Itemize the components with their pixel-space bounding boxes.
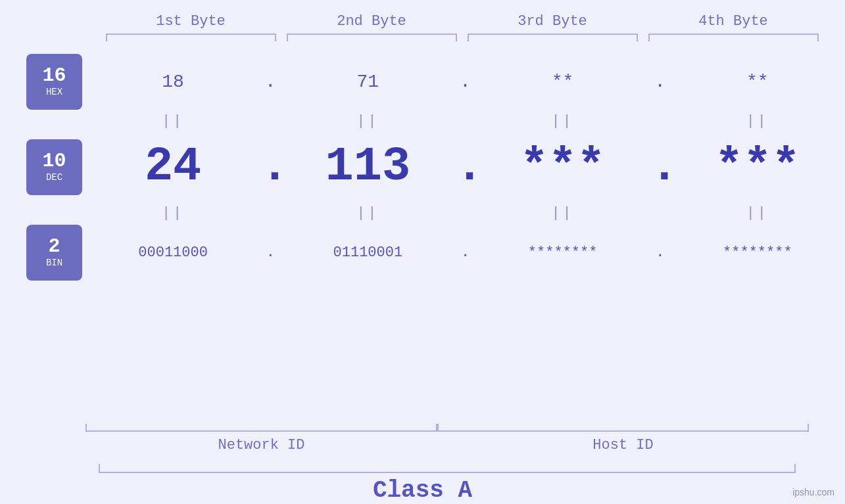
- bracket-byte3: [468, 34, 638, 45]
- network-id-bracket: [85, 420, 437, 432]
- equals-sym-2c: ||: [475, 205, 650, 221]
- equals-sym-1d: ||: [670, 113, 845, 129]
- hex-dot1: .: [260, 72, 280, 92]
- hex-data-row: 16 HEX 18 . 71 . ** . **: [0, 52, 845, 111]
- equals-sym-1b: ||: [280, 113, 455, 129]
- hex-values: 18 . 71 . ** . **: [85, 72, 845, 92]
- host-id-label: Host ID: [437, 437, 809, 453]
- equals-sym-2a: ||: [85, 205, 260, 221]
- equals-row-1: || || || ||: [0, 111, 845, 131]
- main-container: 1st Byte 2nd Byte 3rd Byte 4th Byte 16 H…: [0, 0, 845, 504]
- host-id-bracket: [437, 420, 809, 432]
- dec-values: 24 . 113 . *** . ***: [85, 140, 845, 194]
- watermark: ipshu.com: [792, 487, 834, 497]
- id-labels: Network ID Host ID: [85, 437, 809, 453]
- bracket-byte1: [106, 34, 276, 45]
- bottom-brackets: [85, 419, 809, 432]
- dec-b3: ***: [475, 140, 650, 194]
- bin-dot2: .: [456, 244, 475, 261]
- hex-badge: 16 HEX: [26, 54, 82, 110]
- hex-b1: 18: [85, 72, 260, 92]
- dec-b1: 24: [85, 140, 260, 194]
- network-id-label: Network ID: [85, 437, 437, 453]
- bin-badge-label: BIN: [46, 258, 62, 268]
- equals-values-2: || || || ||: [85, 205, 845, 221]
- byte3-header: 3rd Byte: [462, 13, 643, 34]
- equals-sym-2d: ||: [670, 205, 845, 221]
- dec-badge-num: 10: [42, 151, 66, 171]
- bin-badge: 2 BIN: [26, 225, 82, 281]
- bin-b4: ********: [670, 244, 845, 261]
- dec-badge: 10 DEC: [26, 139, 82, 195]
- class-label: Class A: [0, 477, 845, 504]
- header-bracket-row: [101, 34, 824, 45]
- dec-data-row: 10 DEC 24 . 113 . *** . ***: [0, 131, 845, 203]
- dec-b4: ***: [670, 140, 845, 194]
- bottom-large-bracket: [99, 461, 796, 473]
- dec-dot1: .: [260, 140, 280, 194]
- byte4-header: 4th Byte: [643, 13, 824, 34]
- hex-b3: **: [475, 72, 650, 92]
- bin-b1: 00011000: [85, 244, 260, 261]
- bottom-section: Network ID Host ID Class A: [0, 419, 845, 504]
- equals-row-2: || || || ||: [0, 203, 845, 223]
- hex-badge-label: HEX: [46, 87, 62, 97]
- bin-b2: 01110001: [280, 244, 455, 261]
- bin-dot3: .: [650, 244, 670, 261]
- hex-badge-num: 16: [42, 66, 66, 85]
- hex-b4: **: [670, 72, 845, 92]
- bracket-byte4: [648, 34, 819, 45]
- byte-headers: 1st Byte 2nd Byte 3rd Byte 4th Byte: [101, 13, 824, 34]
- hex-dot2: .: [456, 72, 475, 92]
- equals-sym-1a: ||: [85, 113, 260, 129]
- equals-sym-1c: ||: [475, 113, 650, 129]
- data-rows: 16 HEX 18 . 71 . ** . ** || || |: [0, 52, 845, 419]
- bin-data-row: 2 BIN 00011000 . 01110001 . ******** . *…: [0, 223, 845, 282]
- dec-badge-label: DEC: [46, 172, 62, 183]
- bin-b3: ********: [475, 244, 650, 261]
- dec-dot2: .: [456, 140, 475, 194]
- bin-badge-num: 2: [48, 237, 60, 256]
- bin-values: 00011000 . 01110001 . ******** . *******…: [85, 244, 845, 261]
- byte1-header: 1st Byte: [101, 13, 281, 34]
- dec-dot3: .: [650, 140, 670, 194]
- byte2-header: 2nd Byte: [281, 13, 462, 34]
- bin-dot1: .: [260, 244, 280, 261]
- equals-values-1: || || || ||: [85, 113, 845, 129]
- equals-sym-2b: ||: [280, 205, 455, 221]
- hex-dot3: .: [650, 72, 670, 92]
- bracket-byte2: [287, 34, 457, 45]
- hex-b2: 71: [280, 72, 455, 92]
- dec-b2: 113: [280, 140, 455, 194]
